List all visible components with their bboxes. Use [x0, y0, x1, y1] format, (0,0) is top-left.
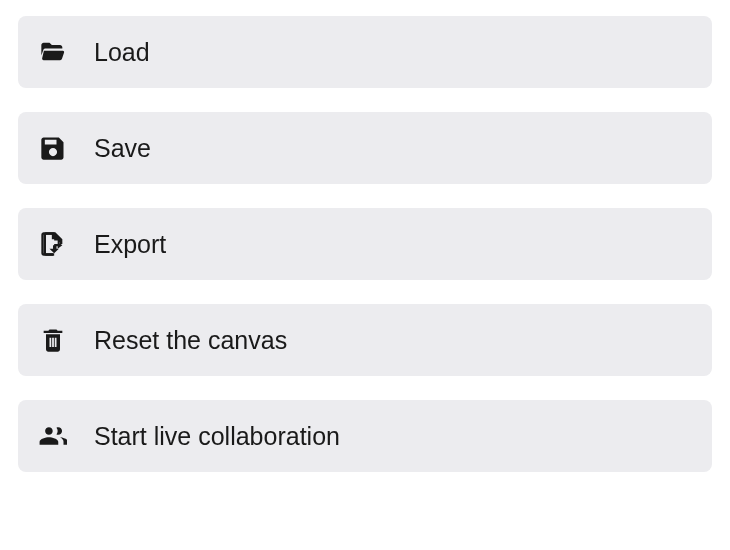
menu-item-label: Export	[94, 230, 166, 259]
save-icon	[38, 133, 68, 163]
export-icon	[38, 229, 68, 259]
menu-item-label: Save	[94, 134, 151, 163]
menu-item-label: Load	[94, 38, 150, 67]
menu-item-live-collaboration[interactable]: Start live collaboration	[18, 400, 712, 472]
menu-item-export[interactable]: Export	[18, 208, 712, 280]
menu-item-reset-canvas[interactable]: Reset the canvas	[18, 304, 712, 376]
trash-icon	[38, 325, 68, 355]
folder-open-icon	[38, 37, 68, 67]
menu-item-load[interactable]: Load	[18, 16, 712, 88]
users-icon	[38, 421, 68, 451]
menu-item-save[interactable]: Save	[18, 112, 712, 184]
menu-item-label: Start live collaboration	[94, 422, 340, 451]
menu-item-label: Reset the canvas	[94, 326, 287, 355]
